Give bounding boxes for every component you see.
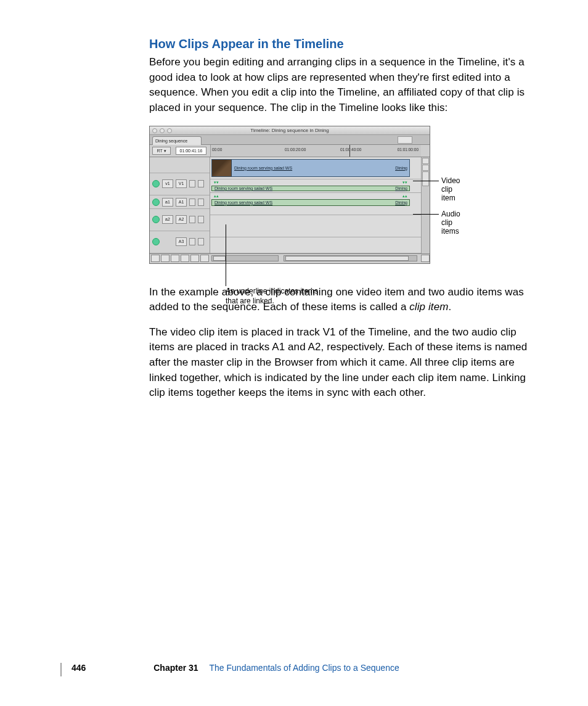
chapter-title: The Fundamentals of Adding Clips to a Se… bbox=[210, 663, 399, 673]
stereo-pair-icon: ▾▾ bbox=[402, 180, 407, 185]
clip-right-label: Dining bbox=[395, 200, 407, 205]
timeline-footer bbox=[150, 253, 430, 263]
stereo-pair-icon: ▾▾ bbox=[214, 180, 219, 185]
track-lanes: Dining room serving salad WS Dining ▾▾ ▾… bbox=[210, 157, 421, 253]
scroll-thumb[interactable] bbox=[285, 256, 409, 261]
clip-thumbnail bbox=[212, 160, 232, 176]
sequence-tab-row: Dining sequence bbox=[150, 135, 430, 145]
auto-select-icon[interactable] bbox=[198, 238, 204, 245]
minimize-icon[interactable] bbox=[160, 128, 165, 133]
toggle-button[interactable] bbox=[171, 255, 179, 262]
source-patch-a2[interactable]: a2 bbox=[162, 215, 173, 224]
clip-name: Dining room serving salad WS bbox=[234, 166, 292, 170]
toggle-button[interactable] bbox=[181, 255, 189, 262]
source-patch-v1[interactable]: v1 bbox=[162, 179, 173, 188]
zoom-icon[interactable] bbox=[167, 128, 172, 133]
current-timecode[interactable]: 01:00:41:16 bbox=[176, 147, 206, 155]
scroll-right-icon[interactable] bbox=[421, 255, 430, 262]
stereo-pair-icon: ▴▴ bbox=[214, 194, 219, 199]
section-heading: How Clips Appear in the Timeline bbox=[149, 37, 540, 51]
scroll-down-icon[interactable] bbox=[422, 165, 429, 171]
stereo-pair-icon: ▴▴ bbox=[402, 194, 407, 199]
video-clip-item[interactable]: Dining room serving salad WS Dining bbox=[211, 159, 410, 177]
track-lane-a3[interactable] bbox=[210, 215, 421, 237]
sequence-tab[interactable]: Dining sequence bbox=[152, 136, 202, 145]
page-footer: 446 Chapter 31 The Fundamentals of Addin… bbox=[60, 663, 529, 676]
clip-right-label: Dining bbox=[395, 166, 407, 170]
timeline-figure: Timeline: Dining sequence in Dining Dini… bbox=[149, 126, 540, 264]
paragraph-tracks-explain: The video clip item is placed in track V… bbox=[149, 325, 540, 401]
paragraph-clip-item: In the example above, a clip containing … bbox=[149, 285, 540, 315]
lock-icon[interactable] bbox=[189, 199, 195, 206]
page-number: 446 bbox=[71, 663, 86, 673]
track-lane-a2[interactable]: ▴▴ ▴▴ Dining room serving salad WS Dinin… bbox=[210, 193, 421, 215]
ruler-row: RT ▾ 01:00:41:16 00:00 01:00:20:00 01:00… bbox=[150, 145, 430, 157]
chapter-label: Chapter 31 bbox=[153, 663, 198, 673]
auto-select-icon[interactable] bbox=[198, 199, 204, 206]
dest-patch-a1[interactable]: A1 bbox=[176, 198, 187, 207]
vertical-scrollbar[interactable] bbox=[421, 157, 430, 253]
dest-patch-v1[interactable]: V1 bbox=[176, 179, 187, 188]
callout-label: An underline indicates items that are li… bbox=[226, 287, 318, 305]
clip-name: Dining room serving salad WS bbox=[214, 186, 272, 191]
audible-toggle-icon[interactable] bbox=[152, 199, 160, 206]
track-header-a2: a2 A2 bbox=[150, 209, 210, 231]
playhead[interactable] bbox=[349, 145, 350, 157]
ruler-tick: 01:00:20:00 bbox=[285, 147, 306, 152]
window-titlebar: Timeline: Dining sequence in Dining bbox=[150, 126, 430, 135]
rt-popup-button[interactable]: RT ▾ bbox=[152, 147, 171, 155]
close-icon[interactable] bbox=[152, 128, 157, 133]
dest-patch-a2[interactable]: A2 bbox=[176, 215, 187, 224]
scroll-up-icon[interactable] bbox=[422, 158, 429, 164]
lock-icon[interactable] bbox=[189, 180, 195, 187]
toggle-button[interactable] bbox=[161, 255, 169, 262]
zoom-slider[interactable] bbox=[211, 255, 279, 261]
audible-toggle-icon[interactable] bbox=[152, 238, 160, 245]
track-lane-v1[interactable]: Dining room serving salad WS Dining bbox=[210, 157, 421, 179]
window-title: Timeline: Dining sequence in Dining bbox=[250, 128, 329, 133]
source-patch-a1[interactable]: a1 bbox=[162, 198, 173, 207]
clip-right-label: Dining bbox=[395, 186, 407, 191]
layout-button[interactable] bbox=[398, 136, 412, 144]
audio-clip-item[interactable]: Dining room serving salad WS Dining bbox=[211, 186, 410, 191]
visibility-toggle-icon[interactable] bbox=[152, 180, 160, 187]
scroll-thumb[interactable] bbox=[422, 171, 429, 186]
track-header-v1: v1 V1 bbox=[150, 173, 210, 195]
dest-patch-a3[interactable]: A3 bbox=[176, 237, 187, 246]
auto-select-icon[interactable] bbox=[198, 180, 204, 187]
patch-panel: v1 V1 a1 A1 bbox=[150, 157, 210, 253]
horizontal-scrollbar[interactable] bbox=[284, 255, 417, 261]
toggle-button[interactable] bbox=[151, 255, 160, 262]
audible-toggle-icon[interactable] bbox=[152, 216, 160, 223]
track-header-a3: A3 bbox=[150, 231, 210, 253]
callout-label: Video clip item bbox=[441, 176, 460, 202]
clip-name: Dining room serving salad WS bbox=[214, 200, 272, 205]
audio-clip-item[interactable]: Dining room serving salad WS Dining bbox=[211, 199, 410, 206]
track-header-a1: a1 A1 bbox=[150, 195, 210, 209]
zoom-thumb[interactable] bbox=[213, 256, 226, 261]
ruler-tick: 01:00:40:00 bbox=[340, 147, 361, 152]
toggle-button[interactable] bbox=[200, 255, 209, 262]
ruler-tick: 00:00 bbox=[212, 147, 222, 152]
callout-label: Audio clip items bbox=[441, 210, 460, 236]
time-ruler[interactable]: 00:00 01:00:20:00 01:00:40:00 01:01:00:0… bbox=[210, 145, 421, 157]
lock-icon[interactable] bbox=[189, 238, 195, 245]
callout-underline: An underline indicates items that are li… bbox=[226, 286, 330, 306]
track-lane-a1[interactable]: ▾▾ ▾▾ Dining room serving salad WS Dinin… bbox=[210, 179, 421, 193]
tracks-area: v1 V1 a1 A1 bbox=[150, 157, 430, 253]
timeline-window: Timeline: Dining sequence in Dining Dini… bbox=[149, 126, 430, 264]
toggle-button[interactable] bbox=[190, 255, 199, 262]
window-traffic-lights[interactable] bbox=[152, 128, 172, 133]
ruler-tick: 01:01:00:00 bbox=[398, 147, 419, 152]
auto-select-icon[interactable] bbox=[198, 216, 204, 223]
lock-icon[interactable] bbox=[189, 216, 195, 223]
intro-paragraph: Before you begin editing and arranging c… bbox=[149, 55, 540, 116]
